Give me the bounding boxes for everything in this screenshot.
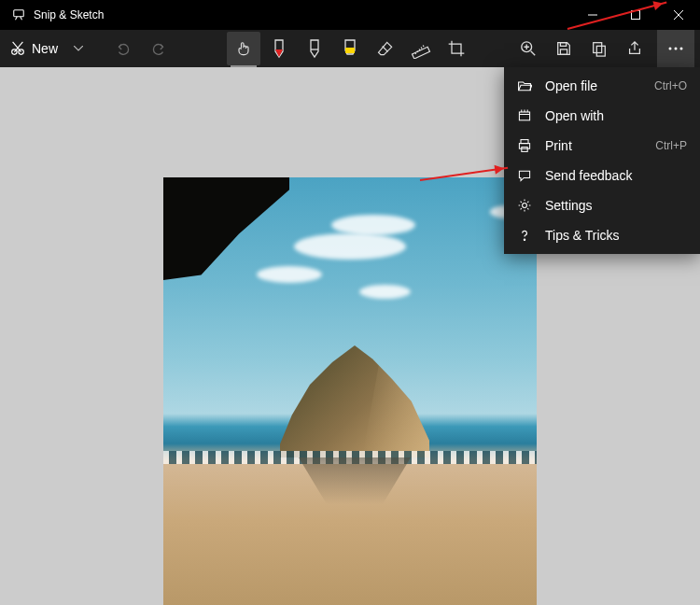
svg-point-18 (523, 204, 527, 208)
more-button[interactable] (657, 30, 694, 67)
svg-rect-15 (521, 140, 528, 144)
share-button[interactable] (618, 32, 651, 65)
more-menu: Open file Ctrl+O Open with Print Ctrl+P (504, 67, 700, 254)
ruler-button[interactable] (404, 32, 438, 65)
snip-image (163, 177, 537, 605)
new-snip-button[interactable]: New (6, 32, 63, 65)
chat-icon (517, 168, 532, 183)
svg-point-19 (524, 239, 525, 240)
menu-shortcut: Ctrl+O (654, 79, 687, 92)
menu-tips[interactable]: Tips & Tricks (504, 220, 700, 250)
svg-rect-5 (413, 47, 430, 59)
menu-open-file[interactable]: Open file Ctrl+O (504, 71, 700, 101)
open-with-icon (517, 108, 532, 123)
undo-button[interactable] (106, 32, 140, 65)
menu-shortcut: Ctrl+P (655, 139, 687, 152)
svg-point-11 (669, 48, 672, 50)
menu-send-feedback[interactable]: Send feedback (504, 161, 700, 190)
redo-button[interactable] (142, 32, 175, 65)
ballpoint-pen-button[interactable] (262, 32, 296, 65)
menu-label: Open with (545, 108, 687, 123)
menu-label: Print (545, 138, 642, 153)
new-snip-dropdown[interactable] (65, 32, 91, 65)
svg-rect-14 (519, 112, 529, 120)
menu-label: Settings (545, 198, 687, 213)
folder-open-icon (517, 78, 532, 93)
menu-label: Tips & Tricks (545, 228, 687, 243)
menu-settings[interactable]: Settings (504, 190, 700, 220)
svg-rect-10 (596, 46, 605, 56)
menu-print[interactable]: Print Ctrl+P (504, 131, 700, 161)
question-icon (517, 228, 532, 243)
svg-rect-0 (14, 10, 24, 17)
save-button[interactable] (547, 32, 581, 65)
svg-rect-8 (560, 49, 567, 54)
svg-point-12 (675, 48, 678, 50)
toolbar: New (0, 30, 700, 67)
new-button-label: New (32, 41, 58, 56)
menu-label: Open file (545, 78, 641, 93)
app-icon (11, 7, 26, 22)
svg-rect-17 (522, 148, 527, 152)
app-title: Snip & Sketch (34, 8, 104, 21)
svg-rect-9 (594, 43, 602, 53)
svg-point-13 (680, 48, 683, 50)
svg-rect-4 (345, 48, 355, 53)
copy-button[interactable] (582, 32, 616, 65)
highlighter-button[interactable] (333, 32, 367, 65)
gear-icon (517, 198, 532, 213)
menu-label: Send feedback (545, 168, 687, 183)
menu-open-with[interactable]: Open with (504, 101, 700, 131)
print-icon (517, 138, 532, 153)
crop-button[interactable] (440, 32, 473, 65)
eraser-button[interactable] (369, 32, 402, 65)
titlebar: Snip & Sketch (0, 0, 700, 30)
zoom-button[interactable] (511, 32, 545, 65)
svg-rect-16 (519, 144, 529, 149)
touch-writing-button[interactable] (227, 32, 260, 65)
svg-rect-7 (560, 43, 566, 47)
pencil-button[interactable] (298, 32, 331, 65)
